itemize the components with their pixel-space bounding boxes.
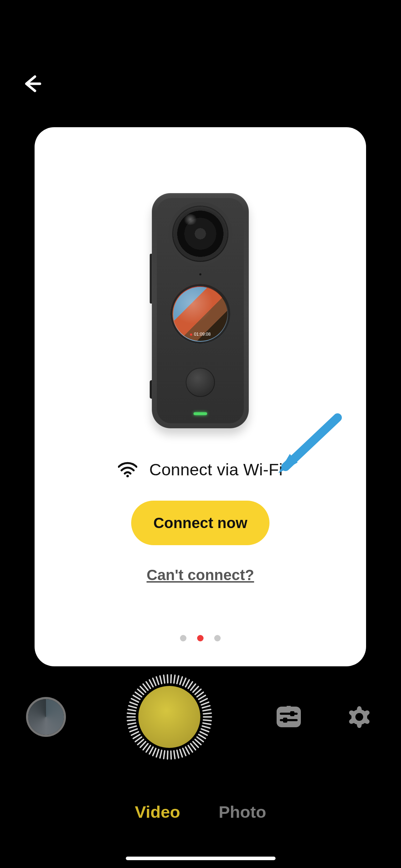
svg-line-59 (182, 678, 186, 685)
svg-line-66 (199, 695, 205, 699)
svg-line-14 (185, 747, 189, 754)
cant-connect-link[interactable]: Can't connect? (146, 567, 254, 584)
svg-line-3 (203, 720, 211, 721)
svg-line-44 (135, 692, 142, 697)
svg-line-33 (130, 729, 137, 732)
svg-line-20 (167, 751, 168, 759)
device-illustration: 01:09:08 (152, 193, 249, 428)
svg-point-0 (126, 475, 129, 477)
device-mic (199, 273, 201, 275)
svg-line-21 (164, 751, 165, 759)
svg-line-7 (200, 732, 207, 735)
svg-point-76 (355, 713, 363, 721)
svg-line-39 (128, 709, 135, 711)
device-timestamp: 01:09:08 (190, 332, 211, 337)
svg-line-9 (197, 737, 203, 742)
svg-line-8 (199, 734, 205, 738)
record-button-wrap (127, 674, 212, 760)
device-led (194, 412, 207, 415)
device-lens (172, 206, 228, 262)
svg-line-41 (130, 702, 137, 705)
mode-photo[interactable]: Photo (219, 802, 266, 822)
record-button[interactable] (138, 686, 200, 748)
svg-line-60 (185, 680, 189, 687)
svg-line-16 (180, 749, 182, 757)
svg-line-4 (203, 723, 211, 724)
back-button[interactable] (20, 71, 45, 96)
svg-line-40 (129, 706, 136, 708)
svg-line-65 (197, 692, 203, 697)
svg-rect-74 (283, 718, 287, 723)
page-dot[interactable] (180, 635, 186, 641)
svg-line-34 (129, 726, 136, 728)
page-dot[interactable] (214, 635, 221, 641)
svg-line-25 (149, 747, 153, 754)
svg-line-68 (201, 702, 209, 705)
device-screen: 01:09:08 (170, 284, 230, 344)
page-dot[interactable] (197, 635, 204, 641)
svg-line-24 (153, 748, 156, 755)
svg-rect-73 (290, 711, 294, 716)
svg-line-69 (202, 706, 210, 708)
svg-line-31 (133, 734, 140, 738)
right-tools (275, 703, 373, 731)
svg-line-42 (131, 699, 138, 702)
svg-line-51 (156, 677, 159, 684)
wifi-icon (118, 462, 137, 477)
connect-now-button[interactable]: Connect now (131, 501, 269, 545)
svg-line-38 (127, 713, 135, 714)
svg-line-30 (135, 737, 142, 742)
svg-line-23 (156, 749, 159, 757)
svg-line-58 (180, 677, 182, 684)
adjust-button[interactable] (275, 703, 303, 731)
svg-line-48 (146, 682, 150, 688)
connect-line: Connect via Wi-Fi (118, 460, 283, 479)
connect-card: 01:09:08 Connect via Wi-Fi Connect now C… (35, 127, 366, 666)
mode-selector: Video Photo (0, 802, 401, 822)
svg-line-17 (177, 750, 179, 758)
home-indicator[interactable] (126, 857, 276, 860)
back-arrow-icon (21, 73, 43, 94)
svg-line-6 (201, 729, 209, 732)
svg-line-49 (149, 680, 153, 687)
svg-line-71 (203, 713, 211, 714)
page-indicator (180, 635, 221, 641)
svg-line-57 (177, 676, 179, 683)
svg-line-32 (131, 732, 138, 735)
svg-line-19 (171, 751, 171, 759)
svg-line-5 (202, 726, 210, 728)
svg-line-55 (171, 675, 171, 683)
svg-rect-72 (277, 707, 301, 727)
svg-line-43 (133, 695, 140, 699)
svg-line-1 (286, 418, 338, 467)
svg-line-56 (174, 675, 175, 683)
svg-line-36 (127, 720, 135, 721)
svg-line-52 (160, 676, 161, 683)
svg-line-26 (146, 745, 150, 752)
svg-line-35 (128, 723, 135, 724)
svg-line-61 (188, 682, 192, 688)
gear-icon (346, 704, 372, 730)
svg-line-22 (160, 750, 161, 758)
gallery-thumbnail[interactable] (28, 699, 64, 735)
svg-line-67 (200, 699, 207, 702)
settings-button[interactable] (345, 703, 373, 731)
mode-video[interactable]: Video (135, 802, 180, 822)
svg-line-53 (164, 675, 165, 683)
sliders-icon (276, 706, 302, 728)
svg-line-18 (174, 751, 175, 759)
svg-line-50 (153, 678, 156, 685)
annotation-arrow-icon (273, 410, 344, 482)
camera-controls (0, 674, 401, 760)
svg-line-54 (167, 675, 168, 683)
device-shutter (186, 368, 215, 397)
svg-line-13 (188, 745, 192, 752)
connect-label: Connect via Wi-Fi (149, 460, 283, 479)
svg-line-70 (203, 709, 211, 711)
svg-line-15 (182, 748, 186, 755)
